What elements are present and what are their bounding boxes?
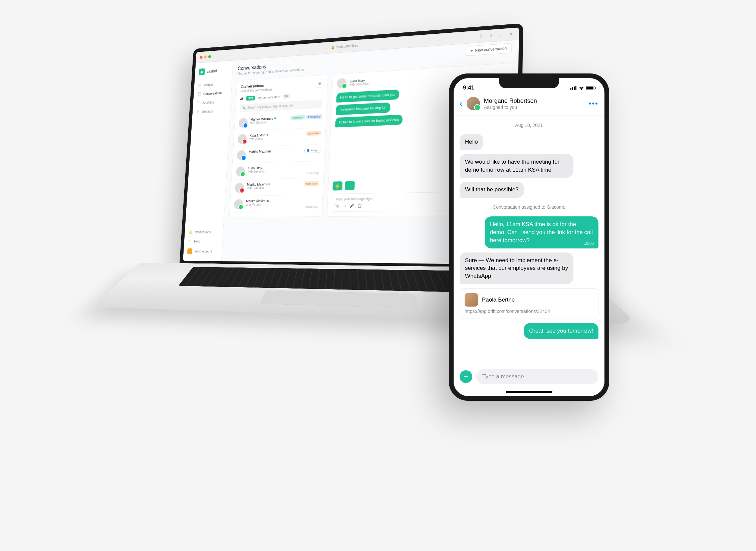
phone-mockup: 9:41 ‹ Morgane Robertson Assigned to you… (449, 73, 609, 401)
bell-icon: 🔔 (189, 230, 193, 234)
send-button[interactable]: ⋯ (345, 181, 355, 190)
filter-mine-count: 84 (283, 94, 290, 99)
conversation-time: 3 hour ago (305, 205, 318, 209)
conversation-avatar (235, 183, 244, 193)
chat-message: I'd like to know if you I'm based in Chi… (335, 115, 403, 128)
chat-message: I've looked into your looking for. (336, 103, 391, 115)
panel-settings-button[interactable]: ⚙ (315, 79, 323, 88)
back-button[interactable]: ‹ (460, 99, 463, 109)
conversation-item[interactable]: Mariko Maximus with Nicolas 3 hour ago (234, 195, 318, 213)
nav-settings[interactable]: ⚙ Settings (192, 106, 230, 117)
wifi-icon (578, 86, 584, 90)
status-time: 9:41 (463, 84, 474, 91)
minimize-window-icon[interactable] (204, 55, 207, 58)
contact-avatar[interactable] (467, 97, 480, 110)
conversation-avatar (234, 199, 243, 209)
conversation-item[interactable]: Luna Islay with Sebastian 1 hour ago (235, 161, 320, 180)
nav-help[interactable]: ? Help (184, 237, 223, 246)
assignment-notice: Conversation assigned to Giacomo (460, 204, 598, 210)
filter-all[interactable]: All (240, 97, 244, 101)
conversation-avatar (238, 118, 248, 128)
mic-icon[interactable]: 🎤 (349, 203, 354, 208)
message-bubble[interactable]: We would like to have the meeting for de… (460, 154, 573, 178)
message-bubble[interactable]: Sure — We need to implement the e-servic… (460, 252, 573, 284)
conversation-item[interactable]: Kaia Tryfon with Jonas New user (237, 128, 321, 147)
analytics-icon: 〽 (197, 101, 201, 105)
conversations-list-panel: ⚙ Conversations Find all the conversatio… (229, 74, 328, 217)
conversation-item[interactable]: Mariko Maximus with Gianluca New user (235, 178, 319, 196)
close-window-icon[interactable] (200, 55, 202, 58)
maximize-window-icon[interactable] (208, 55, 211, 58)
filter-all-count: 349 (246, 96, 255, 101)
link-preview-card[interactable]: Paola Berthe https://app.drift.com/conve… (460, 288, 598, 319)
add-attachment-button[interactable]: + (460, 370, 472, 383)
search-input[interactable]: 🔍 Search any contact, tag, or assignee (239, 100, 323, 112)
message-bubble[interactable]: Great, see you tomorrow! (524, 323, 598, 339)
phone-notch (499, 78, 559, 88)
conversation-avatar (238, 134, 247, 144)
contact-name: Morgane Robertson (484, 98, 585, 105)
chat-message: Hi! I'd to get some products. Can you (336, 89, 399, 103)
emoji-icon[interactable]: ☺ (343, 204, 347, 208)
tag[interactable]: 👤 Assign (304, 148, 321, 153)
link-url: https://app.drift.com/conversations/3243… (465, 309, 593, 314)
message-bubble[interactable]: Hello (460, 134, 483, 150)
clip-icon[interactable]: 📋 (357, 203, 362, 208)
home-indicator[interactable] (506, 391, 552, 393)
nav-account[interactable]: Your account (183, 246, 222, 257)
signal-icon (570, 86, 576, 90)
ai-suggest-button[interactable]: ⚡ (332, 181, 342, 191)
logo[interactable]: ◆ callbell (195, 65, 233, 81)
battery-icon (586, 86, 595, 90)
more-button[interactable]: ••• (589, 99, 598, 108)
tag[interactable]: New lead (291, 115, 305, 120)
logo-icon: ◆ (199, 68, 205, 75)
link-name: Paola Berthe (482, 297, 515, 303)
download-icon[interactable]: ⊙ (478, 33, 484, 39)
message-bubble[interactable]: Will that be possible? (460, 182, 524, 198)
widget-icon: ▢ (198, 83, 202, 87)
message-time: 19:00 (584, 241, 594, 246)
new-tab-icon[interactable]: + (498, 32, 504, 38)
assigned-label: Assigned to you (484, 105, 585, 110)
online-dot-icon (266, 134, 268, 136)
help-icon: ? (188, 239, 192, 243)
phone-chat-header: ‹ Morgane Robertson Assigned to you ••• (454, 94, 604, 116)
tag[interactable]: New user (304, 181, 319, 186)
tag[interactable]: Enterprise (306, 114, 322, 119)
tag[interactable]: New user (306, 131, 321, 136)
link-avatar (465, 293, 478, 307)
search-icon: 🔍 (242, 106, 246, 110)
nav-notifications[interactable]: 🔔 Notifications (185, 227, 223, 237)
phone-message-input[interactable]: Type a message... (476, 369, 598, 384)
chat-icon: 💬 (197, 92, 201, 96)
filter-mine[interactable]: My conversation (257, 95, 280, 100)
chat-avatar[interactable] (337, 78, 347, 89)
settings-icon: ⚙ (196, 110, 200, 114)
share-icon[interactable]: ⇧ (488, 32, 494, 39)
conversation-time: 1 hour ago (306, 171, 319, 175)
date-separator: Aug 10, 2021 (460, 123, 598, 128)
tabs-icon[interactable]: ⧉ (508, 31, 514, 37)
account-avatar-icon (187, 248, 193, 254)
conversation-item[interactable]: Mariko Maximus 👤 Assign (236, 144, 321, 163)
conversation-avatar (236, 166, 245, 176)
plus-icon: + (471, 48, 473, 53)
online-dot-icon (274, 117, 276, 119)
attach-icon[interactable]: 📎 (335, 204, 340, 208)
message-bubble[interactable]: Hello, 11am KSA time is ok for the demo.… (485, 216, 598, 248)
conversation-avatar (237, 150, 246, 160)
